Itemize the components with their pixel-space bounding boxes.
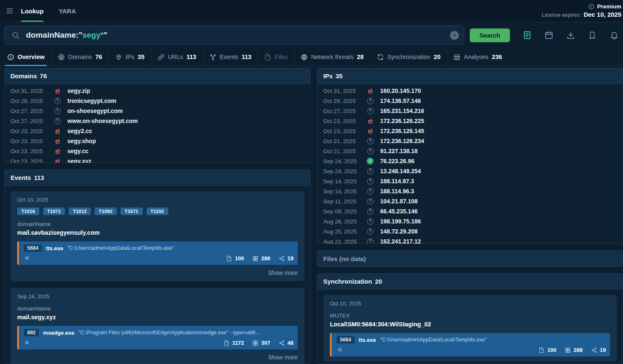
ip-row[interactable]: Sep 14, 2025 ? ✓ 188.114.97.3 xyxy=(317,176,623,186)
process-trace-icon[interactable] xyxy=(24,255,31,262)
row-value[interactable]: 198.199.75.186 xyxy=(380,218,421,225)
row-value[interactable]: 165.231.154.216 xyxy=(380,108,424,114)
row-value[interactable]: on-shoesegypt.com xyxy=(67,108,123,114)
row-value[interactable]: segy.xyz xyxy=(67,158,91,163)
mitre-tag[interactable]: T1016 xyxy=(17,208,39,215)
domain-row[interactable]: Oct 31, 2025 ? ✓ segy.zip xyxy=(5,86,310,96)
left-column: Domains 76 Oct 31, 2025 ? ✓ segy xyxy=(4,68,311,364)
mitre-tag[interactable]: T1571 xyxy=(121,208,143,215)
process-trace-icon[interactable] xyxy=(24,339,31,346)
question-icon: ? xyxy=(367,228,373,235)
ip-row[interactable]: Oct 27, 2025 ? ✓ 165.231.154.216 xyxy=(317,106,623,116)
show-more-link[interactable]: Show more xyxy=(17,354,298,361)
domain-row[interactable]: Oct 27, 2025 ? ✓ on-shoesegypt.com xyxy=(5,106,310,116)
row-value[interactable]: 104.21.87.108 xyxy=(380,198,418,205)
ips-list[interactable]: Oct 31, 2025 ? ✓ 160.20.145.170 Oct 29, … xyxy=(317,84,623,244)
events-list[interactable]: Oct 10, 2025 T1016 T1071 T1012 T1082 T15… xyxy=(5,186,310,364)
domain-row[interactable]: Oct 23, 2025 ? ✓ segy.xyz xyxy=(5,156,310,163)
process-row[interactable]: 5684 tts.exe "C:\Users\admin\AppData\Loc… xyxy=(330,333,610,356)
nav-tab-yara[interactable]: YARA xyxy=(59,0,76,22)
process-trace-icon[interactable] xyxy=(337,346,344,354)
row-value[interactable]: 188.114.96.3 xyxy=(380,188,414,195)
calendar-icon[interactable] xyxy=(544,31,553,40)
row-value[interactable]: segy.zip xyxy=(67,87,90,94)
ip-row[interactable]: Aug 21, 2025 ? ✓ 162.241.217.12 xyxy=(317,236,623,244)
domain-row[interactable]: Oct 29, 2025 ? ✓ tronicsegypt.com xyxy=(5,96,310,106)
row-date: Sep 24, 2025 xyxy=(323,158,362,164)
ip-row[interactable]: Oct 21, 2025 ? ✓ 172.236.126.234 xyxy=(317,136,623,146)
show-more-link[interactable]: Show more xyxy=(17,269,298,276)
row-value[interactable]: www.on-shoesegypt.com xyxy=(67,118,138,124)
row-value[interactable]: 13.248.148.254 xyxy=(380,168,421,174)
field-value[interactable]: mail.segy.xyz xyxy=(17,314,298,320)
ip-row[interactable]: Oct 29, 2025 ? ✓ 174.136.57.146 xyxy=(317,96,623,106)
clear-search-icon[interactable]: ✕ xyxy=(450,31,459,40)
row-value[interactable]: 148.72.29.208 xyxy=(380,228,418,235)
download-icon[interactable] xyxy=(566,31,575,40)
row-value[interactable]: 66.45.235.146 xyxy=(380,208,418,215)
bookmark-icon[interactable] xyxy=(587,31,597,40)
domain-row[interactable]: Oct 23, 2025 ? ✓ segy.cc xyxy=(5,146,310,156)
row-value[interactable]: 172.236.126.225 xyxy=(380,118,424,124)
tab-overview[interactable]: Overview xyxy=(1,48,51,66)
mitre-tag[interactable]: T1012 xyxy=(69,208,91,215)
field-value[interactable]: Local\SM0:5684:304:WilStaging_02 xyxy=(330,321,610,328)
row-value[interactable]: 76.223.26.96 xyxy=(380,158,414,164)
tab-ips[interactable]: IPs35 xyxy=(108,48,151,66)
status-icon-cell: ? ✓ xyxy=(49,108,66,114)
tab-count: 35 xyxy=(138,54,144,60)
ip-row[interactable]: Aug 25, 2025 ? ✓ 148.72.29.208 xyxy=(317,226,623,236)
tab-events[interactable]: Events113 xyxy=(203,48,258,66)
ip-row[interactable]: Oct 23, 2025 ? ✓ 172.236.126.145 xyxy=(317,126,623,136)
question-icon: ? xyxy=(367,108,373,114)
row-value[interactable]: 162.241.217.12 xyxy=(380,238,421,244)
tab-files[interactable]: Files xyxy=(257,48,294,66)
row-value[interactable]: 172.236.126.234 xyxy=(380,138,424,144)
ip-row[interactable]: Sep 11, 2025 ? ✓ 104.21.87.108 xyxy=(317,196,623,206)
row-value[interactable]: 172.236.126.145 xyxy=(380,128,424,134)
tab-synchronization[interactable]: Synchronization20 xyxy=(370,48,447,66)
row-value[interactable]: segy2.cc xyxy=(67,128,92,134)
nav-tab-lookup[interactable]: Lookup xyxy=(21,0,44,22)
tab-urls[interactable]: URLs113 xyxy=(151,48,203,66)
process-row[interactable]: 892 msedge.exe "C:\Program Files (x86)\M… xyxy=(17,326,298,349)
row-date: Oct 23, 2025 xyxy=(10,158,49,163)
row-value[interactable]: segy.cc xyxy=(67,148,88,154)
row-value[interactable]: tronicsegypt.com xyxy=(67,97,116,104)
domains-list[interactable]: Oct 31, 2025 ? ✓ segy.zip Oct 29, 2025 xyxy=(5,84,310,163)
ip-row[interactable]: Aug 26, 2025 ? ✓ 198.199.75.186 xyxy=(317,216,623,226)
notifications-bell-icon[interactable] xyxy=(609,31,619,40)
ip-row[interactable]: Sep 24, 2025 ? ✓ 76.223.26.96 xyxy=(317,156,623,166)
row-value[interactable]: segy.shop xyxy=(67,138,96,144)
search-box[interactable]: domainName:"segy*" ✕ xyxy=(4,26,464,45)
domain-row[interactable]: Oct 27, 2025 ? ✓ www.on-shoesegypt.com xyxy=(5,116,310,126)
process-row[interactable]: 5684 tts.exe "C:\Users\admin\AppData\Loc… xyxy=(17,241,298,265)
row-value[interactable]: 174.136.57.146 xyxy=(380,97,421,104)
row-date: Sep 14, 2025 xyxy=(323,178,362,185)
ip-row[interactable]: Oct 31, 2025 ? ✓ 160.20.145.170 xyxy=(317,86,623,96)
search-input[interactable]: domainName:"segy*" xyxy=(26,31,450,40)
query-results-icon[interactable] xyxy=(522,31,532,40)
sync-list[interactable]: Oct 10, 2025 MUTEX Local\SM0:5684:304:Wi… xyxy=(317,290,623,364)
ip-row[interactable]: Sep 14, 2025 ? ✓ 188.114.96.3 xyxy=(317,186,623,196)
mitre-tag[interactable]: T1071 xyxy=(43,208,65,215)
status-icon-cell: ? ✓ xyxy=(362,148,378,154)
tab-network-threats[interactable]: Network threats28 xyxy=(294,48,370,66)
domain-row[interactable]: Oct 23, 2025 ? ✓ segy2.cc xyxy=(5,126,310,136)
row-value[interactable]: 91.227.138.18 xyxy=(380,148,418,154)
tab-analyses[interactable]: Analyses236 xyxy=(447,48,508,66)
field-value[interactable]: mail.savbazisegyensuly.com xyxy=(17,229,298,236)
menu-icon[interactable] xyxy=(5,6,14,15)
row-value[interactable]: 188.114.97.3 xyxy=(380,178,414,185)
mitre-tag[interactable]: T1082 xyxy=(95,208,117,215)
search-button[interactable]: Search xyxy=(470,28,510,42)
ip-row[interactable]: Sep 24, 2025 ? ✓ 13.248.148.254 xyxy=(317,166,623,176)
ip-row[interactable]: Sep 09, 2025 ? ✓ 66.45.235.146 xyxy=(317,206,623,216)
domain-row[interactable]: Oct 23, 2025 ? ✓ segy.shop xyxy=(5,136,310,146)
ip-row[interactable]: Oct 23, 2025 ? ✓ 172.236.126.225 xyxy=(317,116,623,126)
tab-domains[interactable]: Domains76 xyxy=(51,48,108,66)
ip-row[interactable]: Oct 21, 2025 ? ✓ 91.227.138.18 xyxy=(317,146,623,156)
mitre-tag[interactable]: T1102 xyxy=(147,208,168,215)
status-icon-cell: ? ✓ xyxy=(362,158,378,164)
row-value[interactable]: 160.20.145.170 xyxy=(380,87,421,94)
